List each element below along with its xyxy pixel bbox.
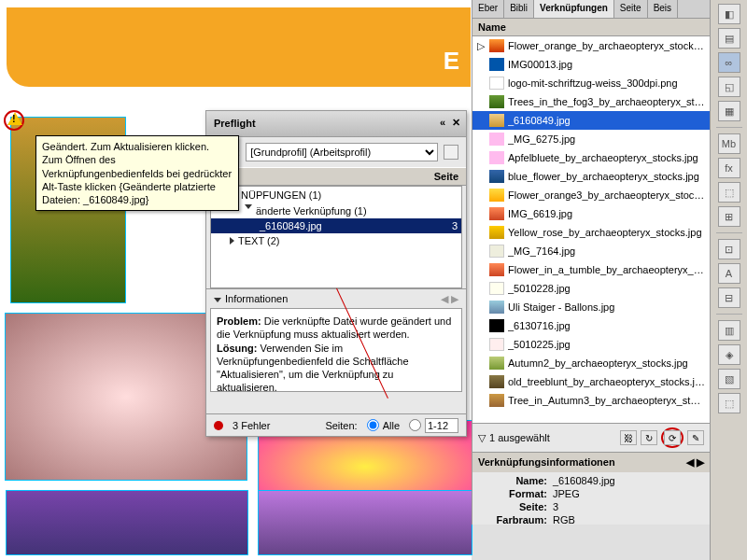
link-row[interactable]: Flower_in_a_tumble_by_archaeopteryx_stoc… <box>472 260 710 279</box>
expand-toggle[interactable]: ▷ <box>476 40 486 52</box>
link-thumbnail <box>489 282 504 295</box>
link-row[interactable]: _MG_7164.jpg <box>472 242 710 260</box>
link-row[interactable]: Tree_in_Autumn3_by_archaeopteryx_stocks.… <box>472 391 710 410</box>
dock-icon-10[interactable]: A <box>718 263 740 284</box>
link-row[interactable]: Trees_in_the_fog3_by_archaeopteryx_stock… <box>472 92 710 111</box>
tab-seite[interactable]: Seite <box>614 0 648 18</box>
dock-icon-4[interactable]: ▦ <box>718 101 740 121</box>
links-list[interactable]: ▷Flower_orange_by_archaeopteryx_stocks.j… <box>472 36 710 423</box>
link-row[interactable]: blue_flower_by_archaeopteryx_stocks.jpg <box>472 167 710 186</box>
dock-icon-2[interactable]: ∞ <box>718 52 740 73</box>
link-name: IMG00013.jpg <box>508 59 706 70</box>
pages-label: Seiten: <box>325 420 357 431</box>
dock-icon-1[interactable]: ▤ <box>718 28 740 49</box>
link-row[interactable]: IMG_6619.jpg <box>472 204 710 223</box>
preflight-title: Preflight <box>214 118 256 129</box>
expand-icon[interactable]: ▽ <box>478 432 486 444</box>
preflight-panel: Preflight « ✕ Profil: [Grundprofil] (Arb… <box>205 110 467 437</box>
edit-original-button[interactable]: ✎ <box>687 430 704 445</box>
close-icon[interactable]: ✕ <box>452 117 460 129</box>
link-row[interactable]: _5010225.jpg <box>472 335 710 354</box>
link-thumbnail <box>489 394 504 407</box>
minimize-icon[interactable]: « <box>440 117 445 128</box>
link-thumbnail <box>489 170 504 183</box>
link-name: Yellow_rose_by_archaeopteryx_stocks.jpg <box>508 227 706 238</box>
link-name: Uli Staiger - Ballons.jpg <box>508 301 706 313</box>
preflight-titlebar[interactable]: Preflight « ✕ <box>206 111 466 137</box>
link-row[interactable]: logo-mit-schriftzug-weiss_300dpi.png <box>472 74 710 92</box>
link-name: logo-mit-schriftzug-weiss_300dpi.png <box>508 77 706 89</box>
info-header[interactable]: Informationen ◀ ▶ <box>206 288 466 308</box>
tab-beis[interactable]: Beis <box>648 0 678 18</box>
link-row[interactable]: Flower_orange3_by_archaeopteryx_stocks.j… <box>472 186 710 204</box>
link-name: _5010228.jpg <box>508 283 706 294</box>
link-row[interactable]: _5010228.jpg <box>472 279 710 298</box>
link-row[interactable]: Uli Staiger - Ballons.jpg <box>472 298 710 316</box>
link-name: _MG_7164.jpg <box>508 245 706 257</box>
link-thumbnail <box>489 319 504 332</box>
placed-image-4[interactable] <box>6 490 248 555</box>
dock-icon-5[interactable]: Mb <box>718 133 740 154</box>
link-name: _5010225.jpg <box>508 339 706 350</box>
link-row[interactable]: Apfelbluete_by_archaeopteryx_stocks.jpg <box>472 148 710 167</box>
link-name: _MG_6275.jpg <box>508 133 706 145</box>
relink-button[interactable]: ⛓ <box>620 430 637 445</box>
right-dock: ◧▤∞◱▦Mbfx⬚⊞⊡A⊟▥◈▧⬚ <box>710 0 747 560</box>
link-thumbnail <box>489 338 504 351</box>
tree-links-group[interactable]: NÜPFUNGEN (1) <box>211 187 461 203</box>
preflight-status-bar: 3 Fehler Seiten: Alle <box>206 413 466 436</box>
warning-icon[interactable] <box>7 112 22 125</box>
tree-column-header: Seite <box>206 167 466 186</box>
profile-options-icon[interactable] <box>444 145 458 160</box>
placed-image-5[interactable] <box>258 490 472 555</box>
links-panel: EberBibliVerknüpfungenSeiteBeis Name ▷Fl… <box>472 0 710 525</box>
link-row[interactable]: IMG00013.jpg <box>472 55 710 74</box>
tree-file-item[interactable]: _6160849.jpg3 <box>211 218 461 233</box>
link-row[interactable]: ▷Flower_orange_by_archaeopteryx_stocks.j… <box>472 36 710 55</box>
pages-range-input[interactable] <box>425 418 458 433</box>
goto-link-button[interactable]: ↻ <box>641 430 657 445</box>
link-name: old_treeblunt_by_archaeopteryx_stocks.jp… <box>508 376 706 387</box>
dock-icon-12[interactable]: ▥ <box>718 320 740 341</box>
link-thumbnail <box>489 375 504 388</box>
tree-text-group[interactable]: TEXT (2) <box>211 233 461 248</box>
dock-icon-13[interactable]: ◈ <box>718 344 740 365</box>
dock-icon-0[interactable]: ◧ <box>718 4 740 24</box>
update-link-button[interactable]: ⟳ <box>664 430 681 445</box>
link-thumbnail <box>489 226 504 239</box>
link-row[interactable]: Yellow_rose_by_archaeopteryx_stocks.jpg <box>472 223 710 242</box>
link-thumbnail <box>489 263 504 276</box>
yellow-letter: E <box>444 47 459 76</box>
tree-modified-group[interactable]: änderte Verknüpfung (1) <box>211 203 461 218</box>
profile-select[interactable]: [Grundprofil] (Arbeitsprofil) <box>246 143 438 161</box>
link-row[interactable]: _6130716.jpg <box>472 316 710 335</box>
link-thumbnail <box>489 77 504 90</box>
link-name: Flower_in_a_tumble_by_archaeopteryx_stoc… <box>508 264 706 275</box>
link-info-header: Verknüpfungsinformationen ◀ ▶ <box>472 452 710 472</box>
warning-tooltip: Geändert. Zum Aktualisieren klicken. Zum… <box>35 135 239 211</box>
dock-icon-8[interactable]: ⊞ <box>718 206 740 227</box>
tab-eber[interactable]: Eber <box>472 0 504 18</box>
dock-icon-7[interactable]: ⬚ <box>718 182 740 203</box>
link-row[interactable]: _MG_6275.jpg <box>472 130 710 148</box>
info-nav-icon[interactable]: ◀ ▶ <box>686 456 704 469</box>
link-thumbnail <box>489 133 504 146</box>
tab-bibli[interactable]: Bibli <box>504 0 534 18</box>
dock-icon-6[interactable]: fx <box>718 158 740 178</box>
dock-icon-11[interactable]: ⊟ <box>718 287 740 308</box>
link-thumbnail <box>489 357 504 370</box>
nav-arrows-icon[interactable]: ◀ ▶ <box>441 293 458 305</box>
pages-range-radio[interactable] <box>409 419 421 431</box>
dock-icon-15[interactable]: ⬚ <box>718 393 740 413</box>
pages-all-radio[interactable] <box>367 419 379 431</box>
dock-icon-3[interactable]: ◱ <box>718 77 740 97</box>
link-row[interactable]: old_treeblunt_by_archaeopteryx_stocks.jp… <box>472 372 710 391</box>
link-name: _6130716.jpg <box>508 320 706 331</box>
tab-verknüpfungen[interactable]: Verknüpfungen <box>534 0 614 18</box>
dock-icon-14[interactable]: ▧ <box>718 369 740 389</box>
preflight-tree[interactable]: NÜPFUNGEN (1) änderte Verknüpfung (1) _6… <box>210 186 462 288</box>
links-column-header: Name <box>472 19 710 36</box>
link-row[interactable]: _6160849.jpg <box>472 111 710 130</box>
dock-icon-9[interactable]: ⊡ <box>718 239 740 259</box>
link-row[interactable]: Autumn2_by_archaeopteryx_stocks.jpg <box>472 354 710 372</box>
